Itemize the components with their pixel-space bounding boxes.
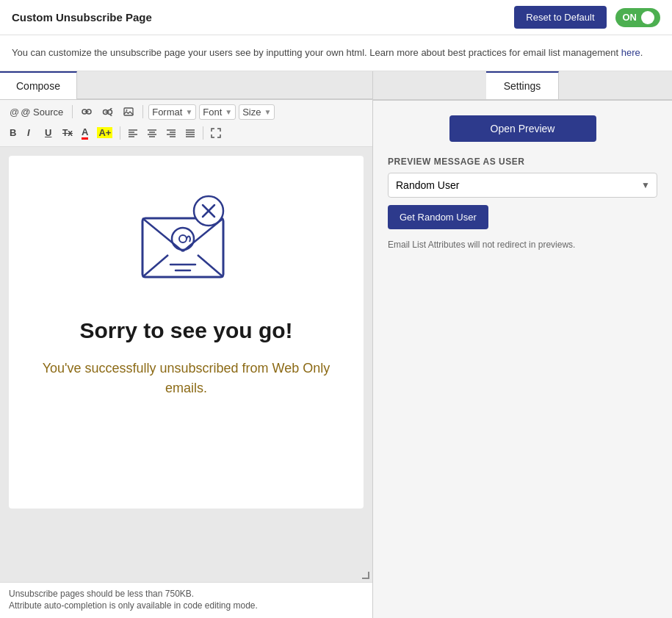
svg-line-19 (142, 218, 183, 251)
svg-point-24 (179, 235, 187, 242)
fullscreen-button[interactable] (207, 126, 225, 140)
preview-section: PREVIEW MESSAGE AS USER Random User Spec… (388, 157, 657, 250)
toggle-circle (641, 11, 654, 24)
info-link[interactable]: here (621, 47, 640, 58)
font-bg-label: A+ (97, 127, 112, 138)
toolbar-row-2: B I U Tx A A+ (6, 123, 366, 143)
sorry-heading: Sorry to see you go! (79, 317, 292, 344)
justify-button[interactable] (181, 126, 199, 140)
info-text: You can customize the unsubscribe page y… (12, 47, 618, 58)
editor-toolbar: @ @ Source Format (0, 100, 372, 147)
page-title: Custom Unsubscribe Page (12, 11, 152, 24)
email-illustration (128, 178, 245, 295)
font-color-label: A (82, 126, 88, 140)
align-right-icon (166, 129, 176, 137)
editor-area[interactable]: Sorry to see you go! You've successfully… (0, 147, 372, 583)
justify-icon (185, 129, 195, 137)
tab-settings[interactable]: Settings (486, 71, 560, 99)
fullscreen-icon (211, 128, 221, 138)
font-select[interactable]: Font ▼ (199, 104, 236, 120)
reset-to-default-button[interactable]: Reset to Default (514, 6, 606, 29)
toolbar-separator-2 (142, 105, 143, 118)
underline-button[interactable]: U (41, 125, 57, 140)
size-select[interactable]: Size ▼ (239, 104, 275, 120)
source-button[interactable]: @ @ Source (6, 104, 67, 120)
status-bar: Unsubscribe pages should be less than 75… (0, 582, 372, 618)
toggle-switch[interactable]: ON (615, 8, 661, 27)
align-left-button[interactable] (124, 126, 142, 140)
format-select[interactable]: Format ▼ (148, 104, 196, 120)
unsubscribe-message: You've successfully unsubscribed from We… (24, 359, 349, 398)
font-color-button[interactable]: A (78, 124, 92, 142)
format-label: Format (152, 107, 182, 118)
user-select-wrapper: Random User Specific User ▼ (388, 173, 657, 198)
toggle-label: ON (623, 12, 637, 23)
size-arrow-icon: ▼ (264, 108, 272, 116)
info-bar: You can customize the unsubscribe page y… (0, 35, 672, 71)
tabs-header: Compose (0, 71, 372, 100)
link-button[interactable] (78, 106, 95, 118)
svg-line-22 (198, 255, 223, 277)
header: Custom Unsubscribe Page Reset to Default… (0, 0, 672, 35)
toolbar-separator-3 (120, 126, 120, 140)
left-section: Compose @ @ Source (0, 71, 373, 619)
user-select[interactable]: Random User Specific User (388, 173, 657, 198)
align-left-icon (128, 129, 138, 137)
image-button[interactable] (120, 105, 137, 118)
content-area: Compose @ @ Source (0, 71, 672, 619)
email-svg (128, 178, 245, 295)
font-arrow-icon: ▼ (225, 108, 232, 116)
info-suffix: . (640, 47, 643, 58)
font-label: Font (203, 107, 222, 118)
svg-line-21 (142, 255, 168, 277)
resize-handle[interactable] (362, 572, 369, 579)
toolbar-separator-1 (72, 105, 73, 118)
format-arrow-icon: ▼ (185, 108, 192, 116)
strikethrough-button[interactable]: Tx (59, 126, 76, 140)
font-bg-button[interactable]: A+ (93, 125, 116, 140)
tab-compose[interactable]: Compose (0, 71, 77, 99)
preview-label: PREVIEW MESSAGE AS USER (388, 157, 657, 167)
open-preview-button[interactable]: Open Preview (449, 115, 596, 142)
status-line-1: Unsubscribe pages should be less than 75… (9, 589, 364, 599)
settings-content: Open Preview PREVIEW MESSAGE AS USER Ran… (373, 101, 672, 265)
italic-button[interactable]: I (24, 125, 40, 140)
source-label: @ Source (10, 107, 63, 118)
toolbar-separator-4 (203, 126, 203, 140)
unlink-button[interactable] (98, 106, 117, 118)
preview-note: Email List Attributes will not redirect … (388, 240, 657, 250)
page: Custom Unsubscribe Page Reset to Default… (0, 0, 672, 618)
align-right-button[interactable] (162, 126, 180, 140)
image-icon (123, 107, 134, 116)
svg-rect-0 (124, 108, 133, 115)
align-center-icon (147, 129, 157, 137)
unlink-icon (102, 108, 113, 116)
bold-button[interactable]: B (6, 125, 22, 140)
status-line-2: Attribute auto-completion is only availa… (9, 600, 364, 611)
header-actions: Reset to Default ON (514, 6, 660, 29)
size-label: Size (242, 107, 261, 118)
link-icon (82, 108, 92, 115)
toolbar-row-1: @ @ Source Format (6, 103, 366, 121)
settings-tabs-header: Settings (373, 71, 672, 101)
editor-content: Sorry to see you go! You've successfully… (9, 156, 364, 509)
align-center-button[interactable] (143, 126, 161, 140)
get-random-user-button[interactable]: Get Random User (388, 205, 488, 229)
svg-point-1 (126, 109, 128, 111)
right-section: Settings Open Preview PREVIEW MESSAGE AS… (373, 71, 672, 619)
